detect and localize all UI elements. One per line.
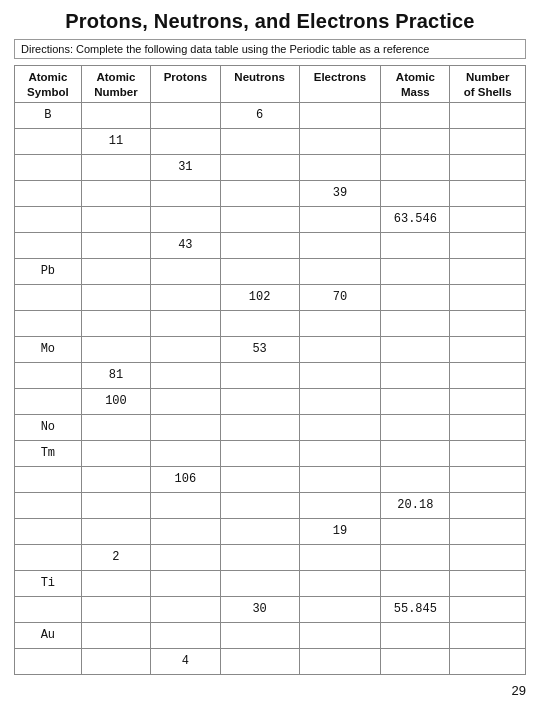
table-cell	[381, 388, 450, 414]
table-cell	[81, 180, 150, 206]
table-cell	[151, 414, 220, 440]
col-header-number-of-shells: Numberof Shells	[450, 66, 526, 103]
table-cell	[450, 466, 526, 492]
table-cell	[450, 336, 526, 362]
table-cell	[220, 414, 299, 440]
data-table: AtomicSymbol AtomicNumber Protons Neutro…	[14, 65, 526, 675]
table-cell: 11	[81, 128, 150, 154]
table-cell	[220, 362, 299, 388]
table-cell	[450, 440, 526, 466]
table-cell	[381, 128, 450, 154]
table-cell	[15, 388, 82, 414]
table-cell	[220, 206, 299, 232]
table-cell	[81, 154, 150, 180]
table-cell	[81, 492, 150, 518]
table-cell	[151, 362, 220, 388]
table-cell	[381, 466, 450, 492]
table-cell	[450, 284, 526, 310]
col-header-atomic-number: AtomicNumber	[81, 66, 150, 103]
table-row: Tm	[15, 440, 526, 466]
table-row: 4	[15, 648, 526, 674]
table-cell	[299, 102, 381, 128]
table-cell	[381, 362, 450, 388]
table-cell	[220, 570, 299, 596]
table-cell	[450, 388, 526, 414]
table-cell	[15, 232, 82, 258]
table-cell	[15, 648, 82, 674]
table-cell: Ti	[15, 570, 82, 596]
table-cell	[15, 180, 82, 206]
table-cell	[15, 596, 82, 622]
table-cell: No	[15, 414, 82, 440]
table-cell	[299, 622, 381, 648]
table-cell	[15, 154, 82, 180]
table-cell	[220, 258, 299, 284]
table-cell	[450, 102, 526, 128]
table-cell	[81, 414, 150, 440]
col-header-atomic-symbol: AtomicSymbol	[15, 66, 82, 103]
table-cell	[220, 544, 299, 570]
table-cell	[15, 544, 82, 570]
table-cell	[151, 284, 220, 310]
table-cell	[151, 206, 220, 232]
table-cell	[299, 388, 381, 414]
table-cell	[151, 544, 220, 570]
table-row: 20.18	[15, 492, 526, 518]
table-row: 106	[15, 466, 526, 492]
table-cell	[299, 258, 381, 284]
table-cell	[381, 284, 450, 310]
table-row: 2	[15, 544, 526, 570]
table-cell	[15, 310, 82, 336]
table-row: 81	[15, 362, 526, 388]
table-cell	[151, 570, 220, 596]
table-cell: 70	[299, 284, 381, 310]
table-cell	[81, 336, 150, 362]
table-cell	[450, 622, 526, 648]
table-cell	[299, 440, 381, 466]
table-cell: 2	[81, 544, 150, 570]
table-cell	[299, 648, 381, 674]
page-title: Protons, Neutrons, and Electrons Practic…	[14, 10, 526, 33]
table-cell	[151, 102, 220, 128]
table-cell	[220, 466, 299, 492]
table-cell	[151, 336, 220, 362]
table-cell	[299, 128, 381, 154]
table-cell: 39	[299, 180, 381, 206]
table-cell: 43	[151, 232, 220, 258]
table-cell	[220, 440, 299, 466]
table-cell	[381, 414, 450, 440]
table-cell	[151, 180, 220, 206]
table-cell	[450, 648, 526, 674]
table-row: Ti	[15, 570, 526, 596]
table-cell	[81, 440, 150, 466]
table-cell	[151, 388, 220, 414]
table-cell	[381, 180, 450, 206]
table-cell	[381, 232, 450, 258]
table-cell	[381, 440, 450, 466]
table-cell	[15, 206, 82, 232]
table-cell	[81, 102, 150, 128]
table-cell	[81, 206, 150, 232]
table-cell	[299, 154, 381, 180]
table-cell	[299, 570, 381, 596]
table-row: B6	[15, 102, 526, 128]
table-cell	[220, 492, 299, 518]
table-cell	[81, 466, 150, 492]
table-cell: Tm	[15, 440, 82, 466]
table-row: Pb	[15, 258, 526, 284]
table-cell	[15, 518, 82, 544]
table-cell: Au	[15, 622, 82, 648]
table-cell	[381, 310, 450, 336]
table-cell	[220, 128, 299, 154]
table-cell: 55.845	[381, 596, 450, 622]
table-cell: 53	[220, 336, 299, 362]
table-cell	[381, 102, 450, 128]
table-cell	[15, 284, 82, 310]
table-row: No	[15, 414, 526, 440]
table-cell	[381, 336, 450, 362]
table-cell	[151, 310, 220, 336]
table-cell	[81, 232, 150, 258]
table-cell: 100	[81, 388, 150, 414]
table-cell	[81, 284, 150, 310]
table-cell	[450, 180, 526, 206]
